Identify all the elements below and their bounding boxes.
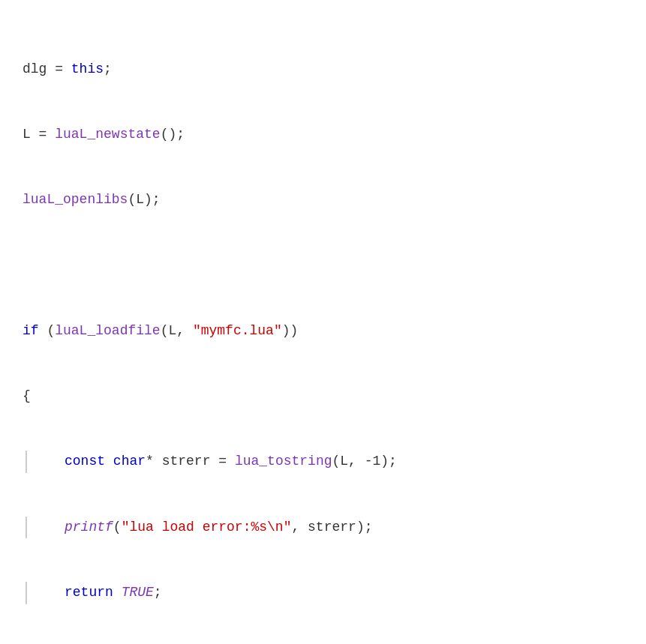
token: * strerr = (146, 454, 235, 469)
code-line-1: dlg = this; (23, 58, 623, 81)
token: (); (161, 127, 185, 142)
token: const (65, 454, 105, 469)
token: { (23, 388, 31, 403)
token: return (65, 585, 113, 600)
token: (L, -1); (332, 454, 397, 469)
code-line-7: const char* strerr = lua_tostring(L, -1)… (23, 451, 623, 473)
token: (L, (161, 323, 193, 338)
token: ( (39, 323, 56, 338)
token: = (47, 61, 71, 76)
code-line-9: return TRUE; (23, 582, 623, 604)
token: TRUE (122, 585, 154, 600)
token: ( (113, 520, 122, 535)
token: = (31, 127, 55, 142)
code-line-6: { (23, 385, 623, 408)
token: luaL_openlibs (23, 192, 128, 207)
code-line-3: luaL_openlibs(L); (23, 189, 623, 211)
code-line-2: L = luaL_newstate(); (23, 124, 623, 146)
token: luaL_loadfile (55, 323, 160, 338)
token: char (113, 454, 146, 469)
token (105, 454, 113, 469)
code-line-5: if (luaL_loadfile(L, "mymfc.lua")) (23, 320, 623, 343)
token: ; (154, 585, 162, 600)
token: "lua load error:%s\n" (122, 520, 292, 535)
token: , strerr); (291, 520, 372, 535)
token: this (71, 61, 104, 76)
token: if (23, 323, 39, 338)
token: dlg (23, 61, 47, 76)
token: L (23, 127, 31, 142)
token: "mymfc.lua" (193, 323, 282, 338)
token: )) (282, 323, 299, 338)
indent-block: const char* strerr = lua_tostring(L, -1)… (26, 451, 397, 473)
token: luaL_newstate (55, 127, 160, 142)
code-line-8: printf("lua load error:%s\n", strerr); (23, 517, 623, 539)
code-line-4 (23, 254, 623, 277)
indent-block: printf("lua load error:%s\n", strerr); (26, 517, 373, 539)
token (113, 585, 122, 600)
indent-block: return TRUE; (26, 582, 162, 604)
token: ; (104, 61, 112, 76)
token: (L); (128, 192, 160, 207)
token: printf (65, 520, 113, 535)
code-editor: dlg = this; L = luaL_newstate(); luaL_op… (23, 15, 623, 644)
token: lua_tostring (235, 454, 332, 469)
